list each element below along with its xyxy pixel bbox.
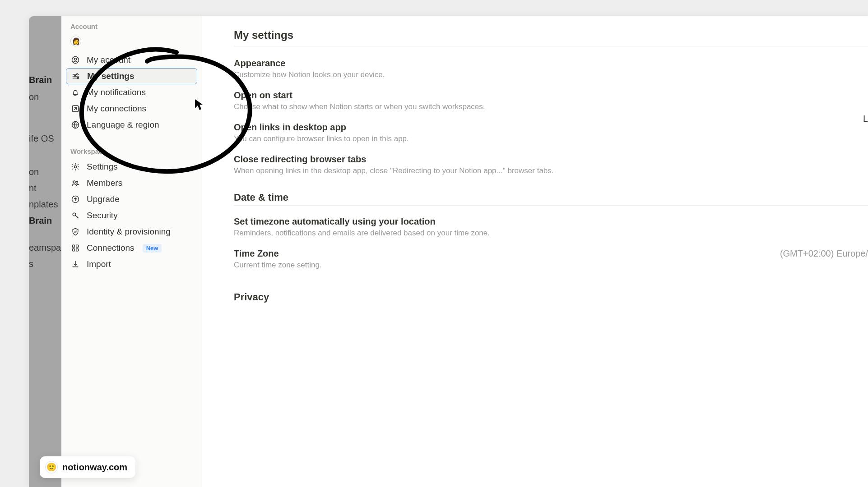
background-text: nt [29,183,37,193]
settings-sidebar: Account 👩 My accountMy settingsMy notifi… [61,16,202,487]
sidebar-item-my-connections[interactable]: My connections [66,101,197,117]
setting-row[interactable]: AppearanceCustomize how Notion looks on … [234,58,868,79]
apps-icon [70,243,80,253]
setting-desc: Choose what to show when Notion starts o… [234,102,868,111]
sidebar-item-language-region[interactable]: Language & region [66,117,197,133]
timezone-value[interactable]: (GMT+02:00) Europe/ [780,248,868,259]
setting-row[interactable]: Set timezone automatically using your lo… [234,216,868,238]
setting-row[interactable]: Open on startChoose what to show when No… [234,90,868,111]
page-title: My settings [234,29,868,41]
setting-row[interactable]: Time ZoneCurrent time zone setting.(GMT+… [234,248,868,270]
setting-title: Time Zone [234,248,322,259]
cutoff-text: L [863,114,868,124]
sidebar-item-members[interactable]: Members [66,175,197,191]
background-text: Brain [29,75,52,85]
divider [234,205,868,206]
sidebar-item-label: Security [87,211,118,221]
sidebar-item-import[interactable]: Import [66,256,197,272]
setting-desc: Current time zone setting. [234,261,322,270]
sidebar-item-label: Language & region [87,120,159,130]
background-text: on [29,167,39,177]
setting-title: Open links in desktop app [234,122,868,133]
background-text: s [29,259,33,269]
sidebar-item-label: Settings [87,162,118,172]
sidebar-item-label: Identity & provisioning [87,227,171,237]
watermark-text: notionway.com [62,462,127,473]
sidebar-item-connections[interactable]: ConnectionsNew [66,240,197,256]
sidebar-item-my-account[interactable]: My account [66,52,197,68]
sidebar-item-identity[interactable]: Identity & provisioning [66,224,197,240]
background-text: Brain [29,216,52,226]
shield-check-icon [70,227,80,237]
background-text: on [29,92,39,102]
settings-content: My settings AppearanceCustomize how Noti… [202,16,868,487]
sidebar-section-account: Account [66,20,197,34]
setting-desc: You can configure browser links to open … [234,134,868,143]
sidebar-item-label: My account [87,55,130,65]
background-app-underlay: Brainonife OSonntnplatesBraineamspas [29,16,61,487]
section-head-privacy: Privacy [234,291,868,303]
setting-row[interactable]: Open links in desktop appYou can configu… [234,122,868,143]
sidebar-item-label: My connections [87,104,146,114]
setting-title: Close redirecting browser tabs [234,154,868,165]
background-text: ife OS [29,133,54,144]
avatar: 👩 [70,36,81,46]
sidebar-item-label: Connections [87,243,135,253]
sliders-icon [71,71,81,81]
sidebar-item-label: Import [87,259,111,269]
sidebar-item-my-settings[interactable]: My settings [66,68,197,84]
sidebar-profile-row[interactable]: 👩 [66,34,197,52]
sidebar-section-workspace: Workspace [66,145,197,159]
section-head-date-time: Date & time [234,192,868,203]
badge-new: New [143,244,162,253]
sidebar-item-upgrade[interactable]: Upgrade [66,191,197,207]
watermark-avatar-icon: 🙂 [45,461,58,473]
settings-modal: Account 👩 My accountMy settingsMy notifi… [61,16,868,487]
sidebar-item-my-notifications[interactable]: My notifications [66,84,197,101]
background-text: nplates [29,199,58,210]
sidebar-item-label: My settings [87,71,135,81]
sidebar-item-security[interactable]: Security [66,207,197,224]
background-text: eamspa [29,243,61,253]
setting-title: Open on start [234,90,868,101]
setting-title: Appearance [234,58,868,69]
divider [234,46,868,46]
bell-icon [70,87,80,97]
setting-desc: Reminders, notifications and emails are … [234,229,868,238]
setting-title: Set timezone automatically using your lo… [234,216,868,227]
gear-icon [70,162,80,172]
watermark-badge: 🙂 notionway.com [40,456,135,478]
setting-desc: Customize how Notion looks on your devic… [234,70,868,79]
sidebar-item-label: Upgrade [87,194,120,204]
members-icon [70,178,80,188]
user-circle-icon [70,55,80,65]
sidebar-item-label: My notifications [87,87,146,97]
sidebar-item-label: Members [87,178,122,188]
setting-desc: When opening links in the desktop app, c… [234,166,868,175]
globe-icon [70,120,80,130]
arrow-square-icon [70,104,80,114]
sidebar-item-settings[interactable]: Settings [66,159,197,175]
key-icon [70,211,80,221]
upgrade-icon [70,194,80,204]
download-icon [70,259,80,269]
setting-row[interactable]: Close redirecting browser tabsWhen openi… [234,154,868,175]
